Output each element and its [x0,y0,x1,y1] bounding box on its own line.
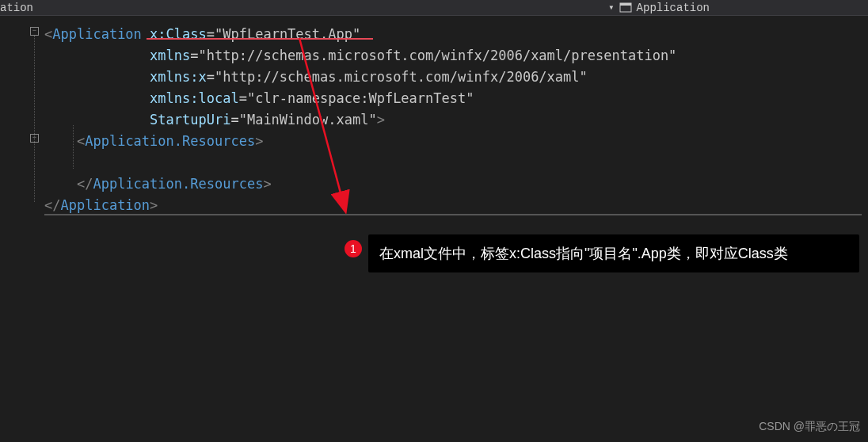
fold-button[interactable]: − [30,27,39,36]
callout-box: 在xmal文件中，标签x:Class指向"项目名".App类，即对应Class类 [368,234,859,272]
svg-rect-1 [620,3,631,6]
xaml-tag: Application.Resources [85,133,255,149]
xaml-attr: StartupUri [150,112,230,128]
code-content[interactable]: <Application x:Class="WpfLearnTest.App" … [44,16,676,214]
header-right-group: ▾ Application [608,2,868,14]
callout-badge: 1 [345,240,362,257]
watermark: CSDN @罪恶の王冠 [759,420,860,434]
xaml-value: "MainWindow.xaml" [239,112,377,128]
xaml-value: "clr-namespace:WpfLearnTest" [247,90,474,106]
xaml-tag: Application [52,26,142,42]
xaml-attr: x:Class [150,26,207,42]
underline-annotation [147,38,373,40]
xaml-tag: Application.Resources [93,176,263,192]
structure-guide [73,125,74,169]
header-bar: ation ▾ Application [0,0,868,16]
end-of-code-marker [44,214,862,215]
tab-label-left[interactable]: ation [0,2,33,14]
xaml-value: "WpfLearnTest.App" [215,26,360,42]
dropdown-arrow-icon[interactable]: ▾ [608,2,614,13]
gutter: − − [0,16,44,214]
fold-guide-line [34,36,35,202]
scope-label[interactable]: Application [637,2,710,14]
xaml-value: "http://schemas.microsoft.com/winfx/2006… [215,69,588,85]
xaml-tag: Application [60,197,150,213]
callout-text: 在xmal文件中，标签x:Class指向"项目名".App类，即对应Class类 [379,246,788,261]
xaml-attr: xmlns:local [150,90,239,106]
xaml-attr: xmlns:x [150,69,207,85]
xaml-value: "http://schemas.microsoft.com/winfx/2006… [199,48,677,63]
code-editor[interactable]: − − <Application x:Class="WpfLearnTest.A… [0,16,868,214]
application-icon [619,2,632,14]
xaml-attr: xmlns [150,48,190,63]
